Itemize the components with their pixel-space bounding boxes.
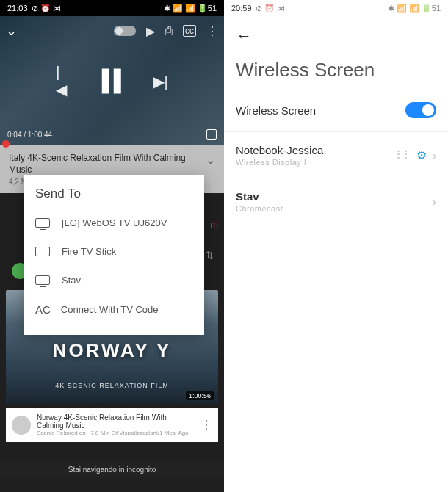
captions-icon[interactable]: cc [183,25,196,37]
device-subtitle: Chromecast [236,204,433,213]
cast-icon[interactable]: ⎙ [165,24,173,37]
cast-target-lg[interactable]: [LG] WebOS TV UJ620V [24,209,204,237]
tv-icon [35,247,50,256]
phone-left-youtube: 21:03 ⊘ ⏰ ⋈ ✱ 📶 📶 🔋51 ⌄ ▶ ⎙ cc ⋮ |◀ ▶| 0… [0,0,224,492]
back-button[interactable]: ← [224,16,448,56]
incognito-bar: Stai navigando in incognito [0,461,224,477]
device-stav[interactable]: Stav Chromecast › [224,178,448,225]
chevron-right-icon[interactable]: › [433,196,436,208]
status-icons-right: ✱ 📶 📶 🔋51 [388,4,441,13]
cast-label: Stav [62,275,81,286]
page-title: Wireless Screen [224,56,448,98]
device-notebook-jessica[interactable]: Notebook-Jessica Wireless Display I ⠇⠇ ⚙… [224,132,448,178]
cast-label: Fire TV Stick [62,246,116,257]
status-bar-left: 21:03 ⊘ ⏰ ⋈ ✱ 📶 📶 🔋51 [0,0,224,16]
suggested-meta: Scenic Relaxed on · 7.8 Mln Of Visualizz… [37,430,195,436]
gear-icon[interactable]: ⚙ [416,148,427,162]
code-icon: AC [35,303,51,316]
channel-avatar [12,416,31,435]
phone-right-settings: 20:59 ⊘ ⏰ ⋈ ✱ 📶 📶 🔋51 ← Wireless Screen … [224,0,448,492]
tv-icon [35,275,50,285]
connect-with-code[interactable]: AC Connect With TV Code [24,294,204,325]
progress-time: 0:04 / 1:00:44 [7,131,52,139]
device-name: Notebook-Jessica [236,144,396,156]
thumb-overlay-text: NORWAY Y [53,339,172,362]
next-icon[interactable]: ▶| [153,72,168,90]
more-icon[interactable]: ⋮ [206,24,218,38]
device-name: Stav [236,190,433,203]
bars-icon: ⠇⠇ [396,148,411,162]
status-time: 20:59 [231,4,252,12]
red-indicator [2,140,10,148]
cast-target-firetv[interactable]: Fire TV Stick [24,237,204,266]
status-time: 21:03 [7,4,28,12]
status-icons-right: ✱ 📶 📶 🔋51 [164,4,217,13]
chevron-right-icon[interactable]: › [433,150,436,162]
partial-text: m [210,219,218,230]
play-circle-icon[interactable]: ▶ [146,24,155,38]
incognito-text: Stai navigando in incognito [68,466,156,474]
cast-label: [LG] WebOS TV UJ620V [62,217,167,228]
suggested-video-row[interactable]: Norway 4K-Scenic Relaxation Film With Ca… [6,408,218,442]
thumb-duration: 1:00:56 [186,391,214,400]
prev-icon[interactable]: |◀ [56,64,70,98]
toggle-label: Wireless Screen [236,104,316,117]
tv-icon [35,218,50,228]
player-top-bar: ⌄ ▶ ⎙ cc ⋮ [6,21,218,41]
more-icon[interactable]: ⋮ [200,418,212,432]
connect-label: Connect With TV Code [61,304,159,315]
thumb-sub-text: 4K SCENIC RELAXATION FILM [55,382,168,389]
progress-bar-row: 0:04 / 1:00:44 [7,129,217,140]
device-subtitle: Wireless Display I [236,158,396,167]
send-to-modal: Send To [LG] WebOS TV UJ620V Fire TV Sti… [24,175,204,335]
status-icons-left: ⊘ ⏰ ⋈ [256,4,285,13]
suggested-title: Norway 4K-Scenic Relaxation Film With Ca… [37,413,195,430]
cast-target-stav[interactable]: Stav [24,266,204,294]
fullscreen-icon[interactable] [206,129,217,140]
modal-title: Send To [24,185,204,209]
autoplay-toggle[interactable] [114,26,136,36]
player-controls: |◀ ▶| [56,64,168,98]
video-player[interactable]: ⌄ ▶ ⎙ cc ⋮ |◀ ▶| 0:04 / 1:00:44 [0,16,224,145]
sort-icon: ⇅ [206,250,214,261]
collapse-icon[interactable]: ⌄ [6,23,17,39]
status-icons-left: ⊘ ⏰ ⋈ [32,4,61,13]
wireless-screen-toggle-row[interactable]: Wireless Screen [224,98,448,131]
pause-button[interactable] [102,68,121,93]
toggle-switch-on[interactable] [405,102,436,118]
status-bar-right: 20:59 ⊘ ⏰ ⋈ ✱ 📶 📶 🔋51 [224,0,448,16]
